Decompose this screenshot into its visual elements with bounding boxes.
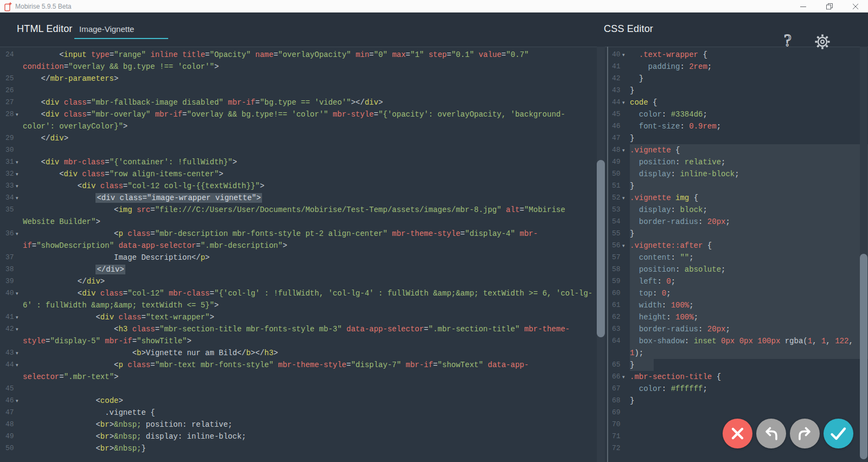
code-line[interactable]: 35<img src="file:///C:/Users/User/Docume… [0, 204, 607, 216]
code-text[interactable]: <img src="file:///C:/Users/User/Document… [23, 204, 607, 216]
code-text[interactable]: </div> [23, 132, 607, 144]
code-line[interactable]: 28▾<div class="mbr-overlay" mbr-if="over… [0, 108, 607, 120]
code-text[interactable]: box-shadow: inset 0px 0px 100px rgba(1, … [630, 335, 868, 347]
code-line[interactable]: 44▾code { [608, 97, 868, 108]
css-editor-panel[interactable]: 40▾.text-wrapper {41padding: 2rem;42}43}… [608, 47, 868, 462]
code-text[interactable]: .mbr-section-title { [630, 371, 868, 383]
html-code-area[interactable]: 24<input type="range" inline title="Opac… [0, 49, 607, 454]
code-line[interactable]: 36▾<p class="mbr-description mbr-fonts-s… [0, 228, 607, 240]
code-text[interactable]: code { [630, 97, 868, 108]
code-line[interactable]: 31▾<div mbr-class="{'container': !fullWi… [0, 156, 607, 168]
fold-arrow-icon[interactable]: ▾ [622, 240, 629, 252]
fold-arrow-icon[interactable]: ▾ [16, 168, 22, 180]
code-line[interactable]: 29</div> [0, 132, 607, 144]
code-text[interactable] [630, 407, 868, 419]
fold-arrow-icon[interactable]: ▾ [16, 323, 22, 335]
css-code-area[interactable]: 40▾.text-wrapper {41padding: 2rem;42}43}… [608, 49, 868, 454]
code-line[interactable]: 50display: inline-block; [608, 168, 868, 180]
code-text[interactable]: .vignette::after { [630, 240, 868, 252]
code-line[interactable]: 25</mbr-parameters> [0, 73, 607, 85]
code-text[interactable]: <div class="mbr-overlay" mbr-if="overlay… [23, 108, 607, 120]
code-text[interactable]: height: 100%; [630, 311, 868, 323]
code-line[interactable]: 57content: ""; [608, 252, 868, 264]
code-text[interactable]: <div class="image-wrapper vignette"> [23, 192, 607, 204]
code-line[interactable]: selector=".mbr-text"> [0, 371, 607, 383]
code-text[interactable]: content: ""; [630, 252, 868, 264]
code-line[interactable]: 59left: 0; [608, 275, 868, 287]
code-line[interactable]: 45 [0, 383, 607, 395]
code-line[interactable]: 37Image Description</p> [0, 252, 607, 264]
code-text[interactable]: left: 0; [630, 275, 868, 287]
code-line[interactable]: 64box-shadow: inset 0px 0px 100px rgba(1… [608, 335, 868, 347]
code-line[interactable]: 47} [608, 132, 868, 144]
fold-arrow-icon[interactable]: ▾ [622, 371, 629, 383]
apply-button[interactable] [824, 419, 853, 448]
code-text[interactable]: } [630, 228, 868, 240]
fold-arrow-icon[interactable]: ▾ [16, 359, 22, 371]
code-line[interactable]: 69 [608, 407, 868, 419]
code-text[interactable]: .text-wrapper { [630, 49, 868, 61]
fold-arrow-icon[interactable]: ▾ [16, 311, 22, 323]
code-line[interactable]: 55} [608, 228, 868, 240]
code-line[interactable]: 27<div class="mbr-fallback-image disable… [0, 97, 607, 108]
code-text[interactable]: position: relative; [630, 156, 868, 168]
code-line[interactable]: 45color: #3384d6; [608, 108, 868, 120]
code-text[interactable]: padding: 2rem; [630, 61, 868, 73]
code-line[interactable]: 40▾<div class="col-12" mbr-class="{'col-… [0, 287, 607, 299]
code-line[interactable]: 39</div> [0, 275, 607, 287]
code-text[interactable]: .vignette img { [630, 192, 868, 204]
code-line[interactable]: 58position: absolute; [608, 264, 868, 275]
code-line[interactable]: 54border-radius: 20px; [608, 216, 868, 228]
code-line[interactable]: style="display-5" mbr-if="showTitle"> [0, 335, 607, 347]
html-editor-panel[interactable]: 24<input type="range" inline title="Opac… [0, 47, 608, 462]
code-text[interactable]: width: 100%; [630, 299, 868, 311]
code-line[interactable]: if="showDescription" data-app-selector="… [0, 240, 607, 252]
code-text[interactable]: .vignette { [23, 407, 607, 419]
code-line[interactable]: 53display: block; [608, 204, 868, 216]
code-line[interactable]: Website Builder"> [0, 216, 607, 228]
code-line[interactable]: 63border-radius: 20px; [608, 323, 868, 335]
code-line[interactable]: 24<input type="range" inline title="Opac… [0, 49, 607, 61]
code-line[interactable]: 46▾<code> [0, 395, 607, 407]
code-text[interactable]: } [630, 85, 868, 97]
code-line[interactable]: 42▾<h3 class="mbr-section-title mbr-font… [0, 323, 607, 335]
code-line[interactable]: 56▾.vignette::after { [608, 240, 868, 252]
code-line[interactable]: 61width: 100%; [608, 299, 868, 311]
code-text[interactable]: position: absolute; [630, 264, 868, 275]
code-line[interactable]: 33▾<div class="col-12 col-lg-{{textWidth… [0, 180, 607, 192]
code-line[interactable]: 41▾<div class="text-wrapper"> [0, 311, 607, 323]
code-line[interactable]: 47.vignette { [0, 407, 607, 419]
code-text[interactable]: <div class="col-12 col-lg-{{textWidth}}"… [23, 180, 607, 192]
fold-arrow-icon[interactable]: ▾ [16, 287, 22, 299]
fold-arrow-icon[interactable]: ▾ [16, 156, 22, 168]
code-line[interactable]: 32▾<div class="row align-items-center"> [0, 168, 607, 180]
fold-arrow-icon[interactable]: ▾ [622, 144, 629, 156]
code-text[interactable]: style="display-5" mbr-if="showTitle"> [23, 335, 607, 347]
code-line[interactable]: 51} [608, 180, 868, 192]
code-line[interactable]: 34▾<div class="image-wrapper vignette"> [0, 192, 607, 204]
code-text[interactable]: </div> [23, 264, 607, 275]
code-text[interactable]: font-size: 0.9rem; [630, 120, 868, 132]
code-line[interactable]: 30 [0, 144, 607, 156]
code-line[interactable]: 43} [608, 85, 868, 97]
minimize-icon[interactable] [799, 2, 808, 11]
code-text[interactable]: condition="overlay && bg.type !== 'color… [23, 61, 607, 73]
code-text[interactable]: Image Description</p> [23, 252, 607, 264]
code-text[interactable]: <br>&nbsp; position: relative; [23, 419, 607, 431]
code-text[interactable]: Website Builder"> [23, 216, 607, 228]
code-line[interactable]: 1); [608, 347, 868, 359]
undo-button[interactable] [756, 419, 786, 448]
code-text[interactable] [23, 383, 607, 395]
fold-arrow-icon[interactable]: ▾ [16, 228, 22, 240]
code-line[interactable]: 38</div> [0, 264, 607, 275]
code-text[interactable]: <p class="mbr-text mbr-fonts-style" mbr-… [23, 359, 607, 371]
code-text[interactable]: } [630, 132, 868, 144]
code-text[interactable]: } [630, 395, 868, 407]
code-text[interactable]: <input type="range" inline title="Opacit… [23, 49, 607, 61]
css-scrollbar-track[interactable] [860, 47, 867, 462]
code-text[interactable]: </mbr-parameters> [23, 73, 607, 85]
html-scrollbar-track[interactable] [597, 47, 605, 462]
code-line[interactable]: 68} [608, 395, 868, 407]
close-icon[interactable] [851, 2, 860, 11]
code-text[interactable]: } [630, 359, 868, 371]
